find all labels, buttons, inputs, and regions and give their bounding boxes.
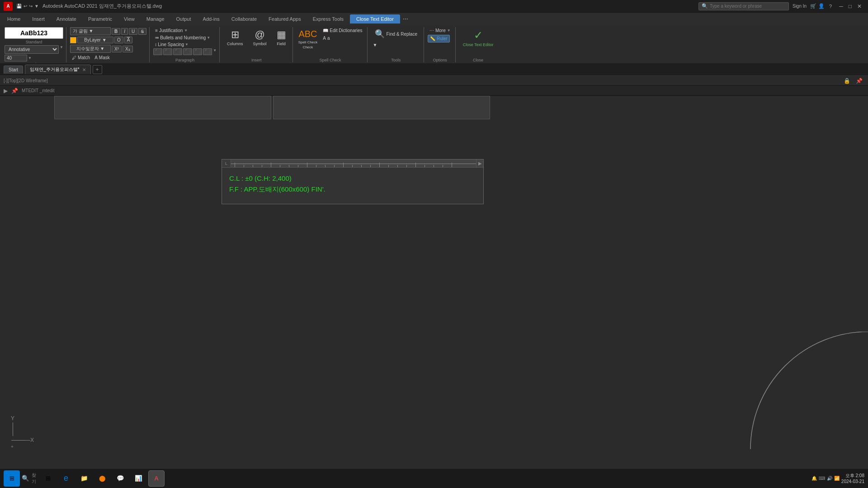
ruler-tick	[370, 165, 379, 167]
find-replace-button[interactable]: 🔍 Find & Replace	[371, 27, 421, 41]
cart-icon[interactable]: 🛒	[810, 3, 816, 9]
tab-addins[interactable]: Add-ins	[198, 14, 225, 23]
align-left-button[interactable]: ⬛	[153, 48, 162, 55]
kakao-button[interactable]: 💬	[112, 470, 128, 487]
spell-check-secondary-button[interactable]: A a	[321, 35, 364, 42]
powerpoint-button[interactable]: 📊	[130, 470, 146, 487]
match-button[interactable]: 🖊 Match	[70, 54, 92, 61]
line-spacing-button[interactable]: ↕ Line Spacing ▼	[153, 42, 190, 47]
tab-featured-apps[interactable]: Featured Apps	[263, 14, 307, 23]
edge-button[interactable]: e	[58, 470, 74, 487]
combine-button[interactable]: ⬛	[203, 48, 212, 55]
close-button[interactable]: ✕	[854, 2, 864, 10]
maximize-button[interactable]: □	[846, 2, 854, 10]
tab-home[interactable]: Home	[2, 14, 26, 23]
explorer-icon: 📁	[80, 475, 88, 482]
volume-icon[interactable]: 🔊	[827, 476, 832, 481]
tab-view[interactable]: View	[118, 14, 140, 23]
tab-express-tools[interactable]: Express Tools	[307, 14, 349, 23]
insert-items: ⊞ Columns @ Symbol ▦ Field	[223, 27, 290, 57]
align-center-button[interactable]: ⬛	[163, 48, 172, 55]
task-view-button[interactable]: ⊞	[40, 470, 56, 487]
overline-button[interactable]: A	[124, 37, 133, 43]
align-right-button[interactable]: ⬛	[173, 48, 182, 55]
tab-annotate[interactable]: Annotate	[51, 14, 82, 23]
kakao-icon: 💬	[117, 475, 124, 482]
ruler-tick	[434, 165, 443, 167]
sign-in-link[interactable]: Sign In	[793, 4, 807, 9]
field-button[interactable]: ▦ Field	[273, 27, 290, 48]
tab-text-editor[interactable]: Close Text Editor	[350, 14, 400, 23]
doc-tab-close-icon[interactable]: ✕	[82, 67, 86, 72]
font-dropdown[interactable]: 가 글림 ▼	[70, 27, 111, 35]
justification-button[interactable]: ≡ Justification ▼	[153, 27, 189, 34]
doc-tab-start[interactable]: Start	[4, 66, 23, 74]
viewport-lock-button[interactable]: 🔒	[842, 77, 852, 84]
underline-button[interactable]: U	[129, 28, 137, 35]
quick-access-more[interactable]: ▼	[34, 4, 39, 9]
ribbon-group-spell-check: ABC Spell Check Check 📖 Edit Dictionarie…	[294, 27, 368, 62]
color-row: ByLayer ▼	[70, 37, 113, 43]
tab-insert[interactable]: Insert	[27, 14, 50, 23]
columns-button[interactable]: ⊞ Columns	[223, 27, 247, 48]
more-button[interactable]: ⋯ More ▼	[428, 27, 453, 34]
font-size-input[interactable]	[5, 55, 27, 61]
ruler-right-scroll[interactable]: ▶	[476, 160, 483, 168]
italic-button[interactable]: I	[121, 28, 128, 35]
account-icon[interactable]: 👤	[818, 3, 825, 9]
text-editor-content[interactable]: C.L : ±0 (C.H: 2,400) F.F : APP.도배지(600x…	[222, 168, 483, 204]
ruler-left-handle[interactable]: L	[222, 160, 231, 168]
annotative-dropdown[interactable]: Annotative	[5, 45, 59, 54]
viewport-label: [-][Top][2D Wireframe]	[4, 78, 48, 83]
global-search-input[interactable]	[710, 4, 782, 9]
bold-button[interactable]: B	[112, 28, 120, 35]
tab-output[interactable]: Output	[171, 14, 197, 23]
ruler-tick	[316, 165, 325, 167]
explorer-button[interactable]: 📁	[76, 470, 92, 487]
spell-check-button[interactable]: ABC Spell Check Check	[297, 27, 320, 51]
more-ribbon-icon[interactable]: ⋯	[403, 16, 408, 22]
text-editor-box[interactable]: L	[222, 159, 484, 204]
tools-group-label: Tools	[391, 58, 401, 62]
doc-tab-main[interactable]: 임재연_주거용오피스텔* ✕	[25, 65, 90, 74]
tools-more-button[interactable]: ▼	[371, 42, 379, 48]
keyboard-icon[interactable]: ⌨	[819, 476, 825, 481]
new-tab-button[interactable]: +	[93, 65, 102, 74]
minimize-button[interactable]: ─	[836, 2, 846, 10]
tab-manage[interactable]: Manage	[141, 14, 170, 23]
subscript-button[interactable]: X₂	[123, 46, 133, 52]
edit-dictionaries-button[interactable]: 📖 Edit Dictionaries	[321, 27, 364, 34]
network-icon[interactable]: 📶	[834, 476, 840, 481]
align-distribute-button[interactable]: ⬛	[193, 48, 202, 55]
quick-access-save[interactable]: 💾	[16, 4, 22, 9]
align-justify-button[interactable]: ⬛	[183, 48, 192, 55]
viewport-pin-button[interactable]: 📌	[854, 77, 864, 84]
spell-check-icon: ABC	[298, 29, 317, 39]
chrome-button[interactable]: ⬤	[94, 470, 110, 487]
sub-font-dropdown[interactable]: 지수및문자 ▼	[70, 45, 111, 53]
quick-access-undo[interactable]: ↩	[24, 4, 27, 9]
mask-button[interactable]: A Mask	[93, 54, 112, 61]
ribbon-group-paragraph: ≡ Justification ▼ ≔ Bullets and Numberin…	[151, 27, 220, 62]
ruler-button[interactable]: 📏 Ruler	[428, 35, 450, 42]
cmd-pin-icon: 📌	[11, 88, 18, 94]
bullets-numbering-button[interactable]: ≔ Bullets and Numbering ▼	[153, 35, 212, 41]
tab-parametric[interactable]: Parametric	[83, 14, 118, 23]
superscript-button[interactable]: X²	[112, 46, 122, 52]
help-icon[interactable]: ?	[829, 4, 832, 9]
strikethrough-button[interactable]: S̶	[138, 28, 146, 35]
autocad-taskbar-button[interactable]: A	[148, 470, 165, 487]
quick-access-redo[interactable]: ↪	[29, 4, 33, 9]
close-text-editor-button[interactable]: ✓ Close Text Editor	[459, 27, 497, 49]
symbol-button[interactable]: @ Symbol	[250, 27, 270, 48]
ruler-tick	[325, 165, 334, 167]
notification-icon[interactable]: 🔔	[811, 476, 817, 481]
global-search-box[interactable]: 🔍	[698, 2, 789, 10]
options-group-label: Options	[433, 58, 447, 62]
search-button[interactable]: 🔍 찾기	[22, 470, 38, 487]
oblique-button[interactable]: O	[114, 37, 123, 43]
arc-shape	[732, 332, 868, 467]
color-dropdown[interactable]: ByLayer ▼	[77, 37, 113, 43]
start-button[interactable]: ⊞	[4, 470, 20, 487]
tab-collaborate[interactable]: Collaborate	[226, 14, 262, 23]
